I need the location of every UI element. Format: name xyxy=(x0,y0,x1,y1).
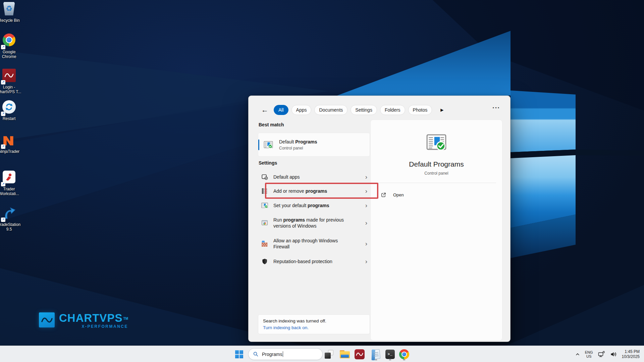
tray-time: 1:45 PM xyxy=(622,349,640,354)
compatibility-icon xyxy=(261,219,269,227)
tab-photos[interactable]: Photos xyxy=(408,105,432,115)
settings-item-run-previous-programs[interactable]: Run programs made for previous versions … xyxy=(258,213,370,233)
task-view-icon xyxy=(325,350,333,359)
running-indicator xyxy=(375,359,377,360)
settings-item-default-apps[interactable]: Default apps › xyxy=(258,170,370,184)
result-preview-pane: Default Programs Control panel Open xyxy=(370,120,502,341)
terminal-button[interactable]: >_ xyxy=(383,347,397,361)
language-indicator[interactable]: ENG US xyxy=(583,348,595,361)
network-status-button[interactable] xyxy=(595,348,607,361)
firewall-icon xyxy=(261,240,269,247)
default-apps-icon xyxy=(261,173,269,181)
add-remove-programs-icon xyxy=(261,187,269,195)
search-icon xyxy=(253,351,259,357)
system-tray: ENG US 1:45 PM 10/3/202 xyxy=(573,346,644,362)
watermark-subtitle: X-PERFORMANCE xyxy=(59,324,128,329)
speaker-icon xyxy=(610,351,617,358)
file-explorer-icon xyxy=(340,350,350,358)
desktop-icon-tradestation[interactable]: ↗ TradeStation9.5 xyxy=(0,206,18,232)
open-label: Open xyxy=(393,192,404,197)
chartvps-app-icon xyxy=(355,349,365,359)
indexing-link[interactable]: Turn indexing back on. xyxy=(263,324,365,331)
desktop-icon-google-chrome[interactable]: ↗ GoogleChrome xyxy=(0,33,18,59)
desktop: { "watermark": { "brand": "CHARTVPS", "t… xyxy=(0,0,644,362)
chartvps-app-button[interactable] xyxy=(352,347,367,361)
tray-overflow-button[interactable] xyxy=(573,348,583,361)
watermark-tm: TM xyxy=(123,317,128,320)
trader-workstation-icon: ↗ xyxy=(2,171,16,186)
chevron-right-icon: › xyxy=(365,202,367,209)
open-action[interactable]: Open xyxy=(375,188,498,202)
search-indexing-notice: Search indexing was turned off. Turn ind… xyxy=(258,314,370,334)
task-view-button[interactable] xyxy=(322,347,336,361)
notepad-icon xyxy=(372,349,381,359)
start-button[interactable] xyxy=(232,347,247,361)
chevron-right-icon: › xyxy=(365,240,367,247)
tab-scroll-next-icon[interactable]: ▶ xyxy=(440,108,443,112)
clock-calendar[interactable]: 1:45 PM 10/3/2025 xyxy=(620,348,644,361)
notepad-button[interactable] xyxy=(369,347,383,361)
text-caret xyxy=(283,351,283,357)
settings-item-firewall-allow-app[interactable]: Allow an app through Windows Firewall › xyxy=(258,233,370,254)
shield-icon xyxy=(261,258,269,265)
selection-accent-bar xyxy=(258,139,259,150)
default-programs-icon-large xyxy=(425,131,447,154)
tray-date: 10/3/2025 xyxy=(622,354,640,359)
chrome-icon xyxy=(399,349,409,359)
settings-item-add-remove-programs[interactable]: Add or remove programs › xyxy=(258,184,370,198)
language-line1: ENG xyxy=(585,350,593,354)
tab-folders[interactable]: Folders xyxy=(380,105,405,115)
chevron-up-icon xyxy=(575,352,580,357)
chrome-taskbar-button[interactable] xyxy=(397,347,412,361)
recycle-bin-icon: ♻ xyxy=(2,2,16,17)
chartvps-login-icon: ↗ xyxy=(2,69,16,84)
running-indicator xyxy=(403,359,406,360)
language-line2: US xyxy=(585,354,593,358)
taskbar-search-input[interactable]: Programs xyxy=(248,348,323,360)
best-match-subtitle: Control panel xyxy=(279,146,317,150)
terminal-icon: >_ xyxy=(385,350,395,359)
more-options-icon[interactable]: ··· xyxy=(492,104,500,112)
desktop-icon-ninjatrader[interactable]: ↗ NinjaTrader xyxy=(0,133,18,154)
desktop-icon-restart[interactable]: ↗ Restart xyxy=(0,100,18,121)
taskbar: Programs >_ ENG US xyxy=(0,346,644,362)
ninjatrader-icon: ↗ xyxy=(2,133,16,148)
best-match-title: Default Programs xyxy=(279,139,317,144)
desktop-icon-login-chartvps[interactable]: ↗ Login -ChartVPS T... xyxy=(0,68,18,94)
watermark-brand: CHARTVPS xyxy=(59,312,123,324)
restart-icon: ↗ xyxy=(2,100,16,116)
default-programs-icon xyxy=(263,140,273,150)
ethernet-network-icon xyxy=(598,351,605,358)
best-match-result-default-programs[interactable]: Default Programs Control panel xyxy=(258,133,370,157)
tradestation-icon: ↗ xyxy=(2,206,16,222)
windows-start-icon xyxy=(235,350,243,358)
set-default-programs-icon xyxy=(261,202,269,209)
open-external-icon xyxy=(381,192,386,198)
volume-button[interactable] xyxy=(607,348,620,361)
chevron-right-icon: › xyxy=(365,219,367,227)
chevron-right-icon: › xyxy=(365,173,367,181)
file-explorer-button[interactable] xyxy=(337,347,352,361)
chartvps-logo-icon xyxy=(39,312,55,327)
settings-item-reputation-protection[interactable]: Reputation-based protection › xyxy=(258,254,370,268)
desktop-icon-recycle-bin[interactable]: ♻ Recycle Bin xyxy=(0,1,18,23)
chevron-right-icon: › xyxy=(365,258,367,265)
preview-title: Default Programs xyxy=(371,160,502,168)
chartvps-watermark: CHARTVPSTM X-PERFORMANCE xyxy=(39,312,128,329)
desktop-icon-trader-workstation[interactable]: ↗ TraderWorkstati... xyxy=(0,170,18,196)
chrome-icon: ↗ xyxy=(2,34,16,49)
chevron-right-icon: › xyxy=(365,187,367,195)
divider xyxy=(377,183,496,183)
settings-section-header: Settings xyxy=(259,160,277,166)
search-query-text: Programs xyxy=(262,352,282,357)
indexing-message: Search indexing was turned off. xyxy=(263,318,365,324)
search-flyout-panel: ← All Apps Documents Settings Folders Ph… xyxy=(248,96,511,342)
best-match-header: Best match xyxy=(259,122,284,127)
settings-item-set-default-programs[interactable]: Set your default programs › xyxy=(258,198,370,213)
preview-subtitle: Control panel xyxy=(371,171,502,176)
running-indicator xyxy=(389,359,391,360)
